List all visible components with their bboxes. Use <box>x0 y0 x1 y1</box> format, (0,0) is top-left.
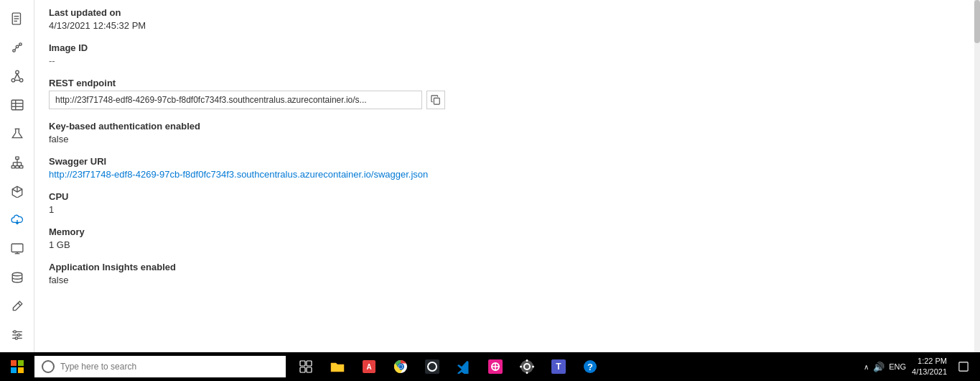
taskbar-search-input[interactable] <box>60 362 279 372</box>
key-auth-field: Key-based authentication enabled false <box>49 121 508 144</box>
content-area: Last updated on 4/13/2021 12:45:32 PM Im… <box>34 0 974 352</box>
sidebar-icon-hierarchy[interactable] <box>4 150 30 175</box>
sidebar-icon-database[interactable] <box>4 265 30 290</box>
taskbar-apps: A <box>291 352 605 381</box>
svg-line-36 <box>18 303 20 306</box>
sidebar-icon-document[interactable] <box>4 6 30 32</box>
clock[interactable]: 1:22 PM 4/13/2021 <box>912 356 947 378</box>
svg-line-30 <box>12 189 17 192</box>
memory-value: 1 GB <box>49 239 508 250</box>
clock-time: 1:22 PM <box>912 356 947 367</box>
sidebar-icon-flask[interactable] <box>4 121 30 147</box>
endpoint-row <box>49 91 508 109</box>
svg-point-67 <box>520 366 522 368</box>
svg-point-35 <box>12 272 22 276</box>
svg-point-40 <box>13 331 15 333</box>
taskbar-search-box[interactable] <box>34 356 286 377</box>
svg-rect-47 <box>18 367 24 373</box>
svg-rect-20 <box>15 157 19 159</box>
svg-text:A: A <box>366 363 371 371</box>
svg-point-42 <box>15 337 17 339</box>
volume-icon[interactable]: 🔊 <box>873 362 885 372</box>
svg-point-65 <box>526 359 528 362</box>
detail-panel: Last updated on 4/13/2021 12:45:32 PM Im… <box>34 0 523 311</box>
svg-rect-15 <box>11 100 23 110</box>
sidebar-icon-table[interactable] <box>4 92 30 118</box>
svg-line-13 <box>17 74 19 79</box>
svg-rect-44 <box>11 360 17 366</box>
memory-field: Memory 1 GB <box>49 226 508 250</box>
sidebar-icon-cloud[interactable] <box>4 207 30 233</box>
notification-button[interactable] <box>953 352 974 381</box>
sidebar <box>0 0 34 352</box>
svg-rect-46 <box>11 367 17 373</box>
svg-rect-51 <box>307 367 312 372</box>
svg-point-57 <box>399 365 403 369</box>
file-explorer-app[interactable] <box>323 352 352 381</box>
key-auth-label: Key-based authentication enabled <box>49 121 508 132</box>
app-insights-value: false <box>49 275 508 285</box>
svg-rect-45 <box>18 360 24 366</box>
cpu-field: CPU 1 <box>49 191 508 215</box>
svg-point-68 <box>532 366 534 368</box>
svg-rect-32 <box>11 244 23 252</box>
svg-rect-49 <box>307 361 312 366</box>
svg-rect-43 <box>434 98 439 104</box>
sidebar-icon-monitor[interactable] <box>4 236 30 262</box>
svg-rect-48 <box>300 361 305 366</box>
svg-point-41 <box>17 334 19 336</box>
rest-endpoint-input[interactable] <box>49 91 422 109</box>
image-id-value: -- <box>49 55 508 66</box>
taskbar-right: ∧ 🔊 ENG 1:22 PM 4/13/2021 <box>864 352 980 381</box>
robot-app[interactable] <box>481 352 510 381</box>
swagger-uri-link[interactable]: http://23f71748-edf8-4269-97cb-f8df0fc73… <box>49 169 428 180</box>
app-insights-label: Application Insights enabled <box>49 262 508 272</box>
sidebar-icon-network[interactable] <box>4 63 30 89</box>
svg-rect-21 <box>11 166 15 168</box>
svg-point-66 <box>526 372 528 374</box>
svg-line-12 <box>14 74 17 79</box>
tray-expand-icon[interactable]: ∧ <box>864 363 869 371</box>
scrollbar-thumb[interactable] <box>974 0 980 43</box>
language-label[interactable]: ENG <box>889 362 906 371</box>
svg-point-63 <box>521 360 533 373</box>
svg-rect-22 <box>15 166 19 168</box>
copy-endpoint-button[interactable] <box>426 91 445 109</box>
rest-endpoint-label: REST endpoint <box>49 78 508 88</box>
svg-text:T: T <box>556 362 561 372</box>
swagger-uri-label: Swagger URI <box>49 156 508 167</box>
svg-text:?: ? <box>587 362 593 372</box>
chrome-app[interactable] <box>386 352 415 381</box>
vscode-app[interactable] <box>449 352 478 381</box>
sidebar-icon-analytics[interactable] <box>4 35 30 60</box>
svg-line-7 <box>14 47 16 50</box>
rest-endpoint-field: REST endpoint <box>49 78 508 109</box>
taskbar: A <box>0 352 980 381</box>
svg-point-6 <box>19 43 21 45</box>
svg-line-8 <box>18 45 19 46</box>
help-app[interactable]: ? <box>576 352 605 381</box>
svg-point-11 <box>19 78 23 82</box>
app-container: Last updated on 4/13/2021 12:45:32 PM Im… <box>0 0 980 352</box>
cpu-value: 1 <box>49 204 508 215</box>
clock-date: 4/13/2021 <box>912 367 947 377</box>
git-app[interactable] <box>418 352 447 381</box>
taskview-app[interactable] <box>291 352 320 381</box>
svg-rect-73 <box>959 362 968 371</box>
scrollbar-track[interactable] <box>974 0 980 352</box>
sidebar-icon-pipeline[interactable] <box>4 322 30 348</box>
system-tray: ∧ 🔊 ENG <box>864 362 906 372</box>
cpu-label: CPU <box>49 191 508 202</box>
image-id-label: Image ID <box>49 42 508 53</box>
sidebar-icon-edit[interactable] <box>4 293 30 319</box>
acrobat-app[interactable]: A <box>355 352 383 381</box>
key-auth-value: false <box>49 134 508 144</box>
settings-app[interactable] <box>513 352 541 381</box>
start-button[interactable] <box>0 352 34 381</box>
teams-app[interactable]: T <box>544 352 573 381</box>
last-updated-field: Last updated on 4/13/2021 12:45:32 PM <box>49 7 508 31</box>
sidebar-icon-cube[interactable] <box>4 178 30 204</box>
svg-rect-23 <box>19 166 23 168</box>
memory-label: Memory <box>49 226 508 237</box>
last-updated-value: 4/13/2021 12:45:32 PM <box>49 20 508 31</box>
